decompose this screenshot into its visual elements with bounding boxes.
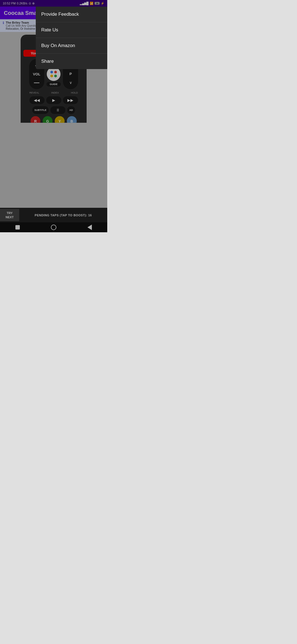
menu-item-feedback[interactable]: Provide Feedback [36, 7, 107, 22]
dropdown-menu: Provide Feedback Rate Us Buy On Amazon S… [36, 7, 107, 69]
menu-item-amazon[interactable]: Buy On Amazon [36, 38, 107, 54]
menu-item-share[interactable]: Share [36, 54, 107, 69]
menu-item-rate[interactable]: Rate Us [36, 22, 107, 38]
